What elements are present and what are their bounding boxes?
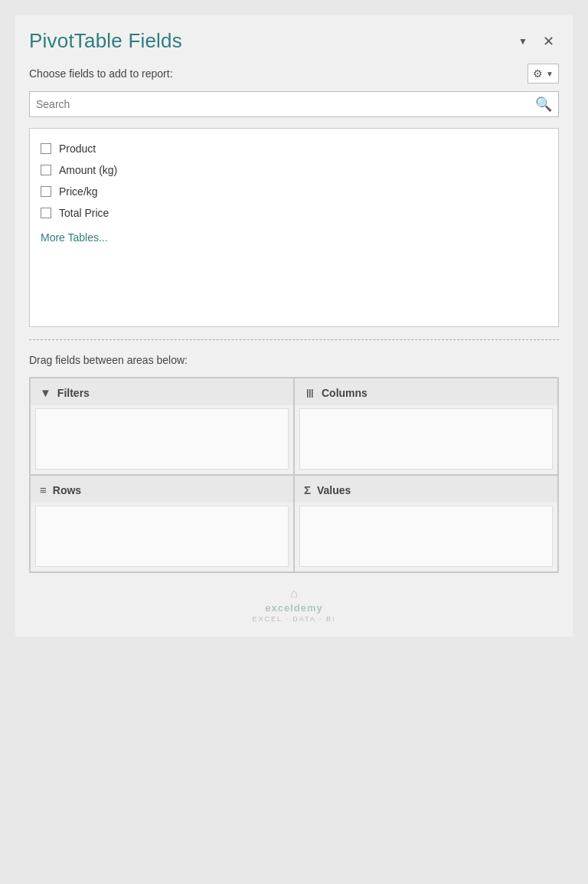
filter-icon: ▼ xyxy=(40,386,51,399)
choose-fields-label: Choose fields to add to report: xyxy=(29,67,173,80)
columns-drop-zone[interactable] xyxy=(299,408,553,470)
field-item-price-kg[interactable]: Price/kg xyxy=(41,181,547,202)
area-header-values: Σ Values xyxy=(295,476,557,503)
values-drop-zone[interactable] xyxy=(299,506,553,567)
gear-icon: ⚙ xyxy=(533,67,543,80)
panel-dropdown-button[interactable]: ▼ xyxy=(515,34,531,48)
search-input[interactable] xyxy=(36,98,535,110)
watermark-house-icon: ⌂ xyxy=(290,587,298,601)
area-label-values: Values xyxy=(317,484,351,496)
area-cell-filters: ▼ Filters xyxy=(30,378,294,475)
header-controls: ▼ ✕ xyxy=(515,31,559,51)
pivottable-fields-panel: PivotTable Fields ▼ ✕ Choose fields to a… xyxy=(15,15,573,637)
filters-drop-zone[interactable] xyxy=(35,408,289,470)
gear-settings-button[interactable]: ⚙ ▼ xyxy=(528,64,559,83)
field-checkbox-product[interactable] xyxy=(41,143,51,154)
area-header-filters: ▼ Filters xyxy=(31,378,293,405)
field-checkbox-price-kg[interactable] xyxy=(41,186,51,197)
search-wrapper: 🔍 xyxy=(29,91,559,117)
watermark: ⌂ exceldemy EXCEL · DATA · BI xyxy=(29,587,559,623)
field-checkbox-amount-kg[interactable] xyxy=(41,165,51,175)
section-divider xyxy=(29,339,559,340)
field-item-amount-kg[interactable]: Amount (kg) xyxy=(41,159,547,181)
panel-close-button[interactable]: ✕ xyxy=(538,31,559,51)
choose-label-row: Choose fields to add to report: ⚙ ▼ xyxy=(29,64,559,83)
watermark-tagline: EXCEL · DATA · BI xyxy=(253,615,336,623)
field-item-product[interactable]: Product xyxy=(41,138,547,159)
area-label-filters: Filters xyxy=(57,387,90,399)
drag-section-label: Drag fields between areas below: xyxy=(29,351,559,366)
gear-dropdown-arrow: ▼ xyxy=(546,70,554,78)
area-cell-rows: ≡ Rows xyxy=(30,475,294,572)
field-label-price-kg: Price/kg xyxy=(59,185,98,198)
field-label-amount-kg: Amount (kg) xyxy=(59,164,117,176)
areas-grid: ▼ Filters ⫼ Columns ≡ Rows Σ Values xyxy=(29,377,559,573)
search-row: 🔍 xyxy=(29,91,559,117)
rows-icon: ≡ xyxy=(40,483,47,496)
fields-list-container: Product Amount (kg) Price/kg Total Price… xyxy=(29,128,559,327)
area-label-rows: Rows xyxy=(53,484,81,496)
field-label-product: Product xyxy=(59,142,96,155)
area-label-columns: Columns xyxy=(322,387,368,399)
search-icon: 🔍 xyxy=(535,96,552,113)
area-cell-columns: ⫼ Columns xyxy=(294,378,558,475)
area-header-columns: ⫼ Columns xyxy=(295,378,557,405)
panel-header: PivotTable Fields ▼ ✕ xyxy=(29,29,559,53)
area-cell-values: Σ Values xyxy=(294,475,558,572)
field-item-total-price[interactable]: Total Price xyxy=(41,202,547,224)
field-checkbox-total-price[interactable] xyxy=(41,208,51,218)
panel-title: PivotTable Fields xyxy=(29,29,182,53)
more-tables-link[interactable]: More Tables... xyxy=(41,231,547,244)
field-label-total-price: Total Price xyxy=(59,207,109,219)
area-header-rows: ≡ Rows xyxy=(31,476,293,503)
sigma-icon: Σ xyxy=(304,483,311,496)
rows-drop-zone[interactable] xyxy=(35,506,289,567)
columns-icon: ⫼ xyxy=(304,386,315,399)
watermark-brand: exceldemy xyxy=(265,602,323,614)
